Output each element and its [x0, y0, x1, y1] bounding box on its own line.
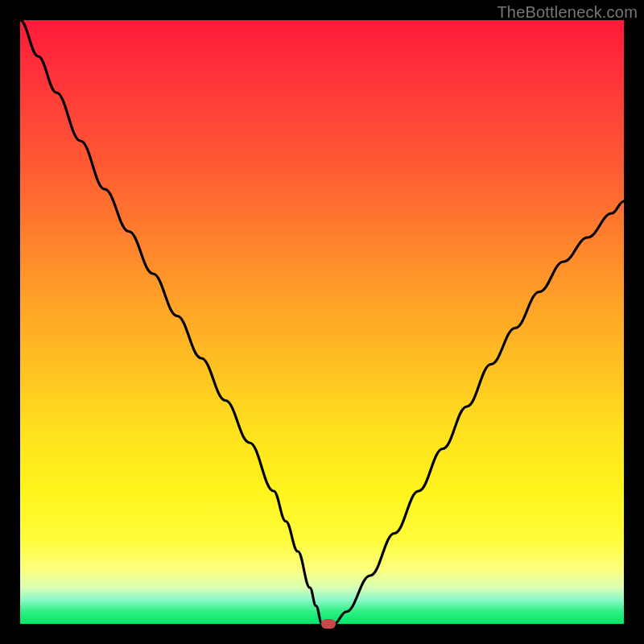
bottleneck-curve — [20, 20, 624, 624]
chart-stage: TheBottleneck.com — [0, 0, 644, 644]
plot-area — [20, 20, 624, 624]
trough-marker — [321, 619, 336, 629]
watermark-text: TheBottleneck.com — [497, 3, 638, 22]
